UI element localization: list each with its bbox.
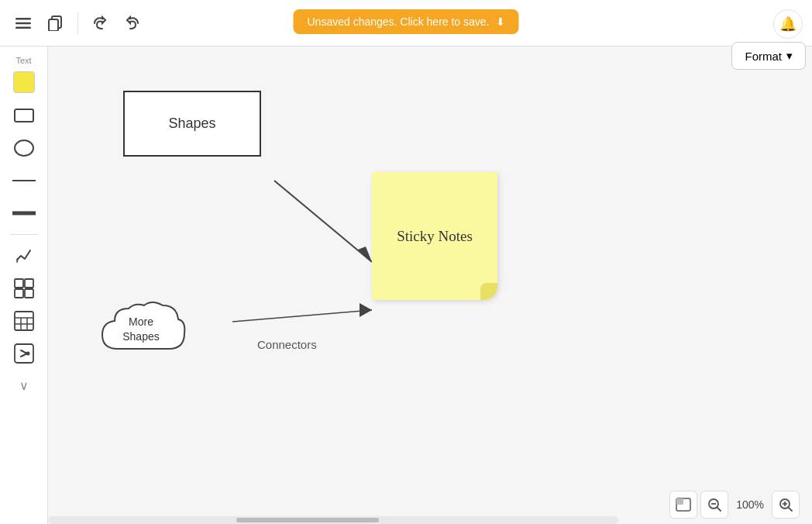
svg-line-22 [274, 181, 372, 262]
bell-icon: 🔔 [779, 16, 797, 33]
svg-rect-2 [15, 26, 31, 29]
svg-rect-4 [49, 19, 58, 31]
sidebar-divider-1 [10, 234, 38, 235]
svg-rect-13 [15, 312, 33, 330]
pen-tool-button[interactable] [8, 241, 40, 271]
sticky-note-label: Sticky Notes [384, 215, 485, 257]
format-button[interactable]: Format ▾ [731, 42, 806, 70]
svg-point-21 [26, 352, 29, 356]
copy-button[interactable] [42, 9, 70, 37]
shapes-library-button[interactable] [8, 274, 40, 303]
minimap-button[interactable] [669, 491, 697, 519]
chevron-down-icon: ▾ [786, 49, 793, 63]
zoom-in-button[interactable] [772, 491, 800, 519]
cloud-label: MoreShapes [122, 315, 159, 344]
svg-point-6 [15, 140, 33, 156]
svg-rect-27 [676, 498, 683, 505]
table-tool-button[interactable] [8, 306, 40, 336]
svg-rect-9 [15, 279, 23, 288]
save-download-icon: ⬇ [496, 16, 505, 28]
svg-rect-18 [15, 344, 33, 363]
svg-rect-12 [25, 289, 33, 298]
scrollbar-thumb[interactable] [236, 518, 379, 522]
sticky-note[interactable]: Sticky Notes [372, 172, 497, 300]
undo-button[interactable] [86, 9, 114, 37]
svg-marker-25 [360, 303, 372, 317]
notification-button[interactable]: 🔔 [773, 9, 803, 39]
connectors-label: Connectors [257, 338, 317, 351]
line-tool-button[interactable] [8, 166, 40, 195]
redo-button[interactable] [119, 9, 146, 37]
menu-button[interactable] [9, 9, 37, 37]
svg-line-24 [232, 310, 372, 322]
canvas: Connectors Shapes Sticky Notes MoreShape… [48, 47, 812, 524]
svg-rect-5 [15, 109, 33, 122]
svg-line-34 [789, 508, 792, 511]
unsaved-text: Unsaved changes. Click here to save. [307, 16, 489, 28]
embed-tool-button[interactable] [8, 339, 40, 368]
sidebar: Text ∨ [0, 47, 48, 524]
svg-rect-11 [15, 289, 23, 298]
zoom-out-button[interactable] [700, 491, 728, 519]
zoom-level: 100% [731, 498, 769, 511]
shapes-box[interactable]: Shapes [123, 91, 261, 157]
ellipse-tool-button[interactable] [8, 133, 40, 163]
unsaved-banner[interactable]: Unsaved changes. Click here to save. ⬇ [293, 9, 518, 34]
format-label: Format [745, 50, 782, 63]
svg-rect-0 [15, 18, 31, 20]
color-swatch[interactable] [13, 71, 35, 93]
svg-line-30 [717, 508, 721, 511]
text-tool-label: Text [15, 56, 31, 65]
bottom-bar: 100% [657, 485, 812, 524]
cloud-shape[interactable]: MoreShapes [95, 295, 188, 364]
shapes-label: Shapes [168, 115, 215, 132]
thick-line-tool-button[interactable] [8, 198, 40, 228]
svg-marker-23 [358, 246, 372, 262]
svg-rect-1 [15, 22, 31, 24]
horizontal-scrollbar[interactable] [48, 516, 618, 524]
rectangle-tool-button[interactable] [8, 101, 40, 130]
svg-rect-10 [25, 279, 33, 288]
sidebar-expand-button[interactable]: ∨ [13, 374, 35, 396]
toolbar-separator [77, 12, 78, 34]
